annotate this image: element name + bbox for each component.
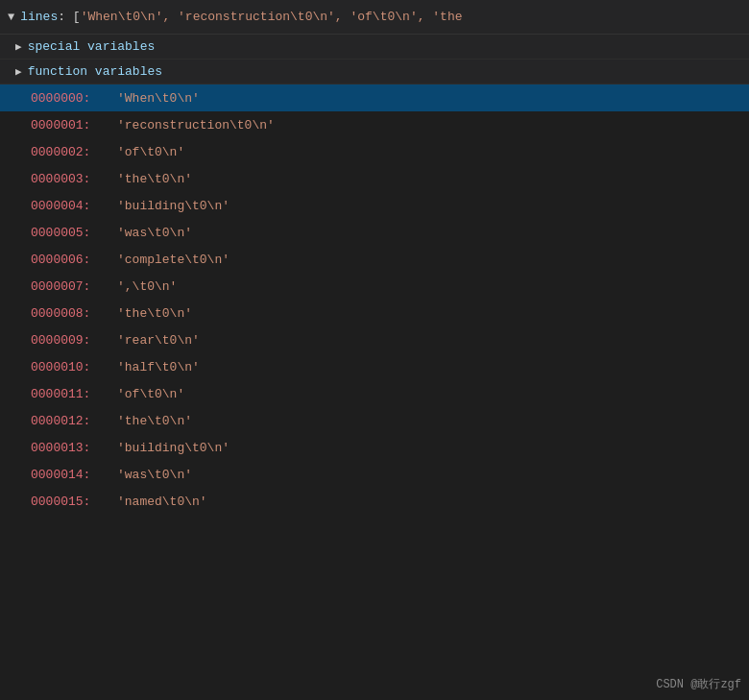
watermark: CSDN @敢行zgf — [656, 676, 741, 692]
chevron-right-icon: ▶ — [15, 40, 22, 53]
chevron-right-icon-2: ▶ — [15, 65, 22, 78]
table-row[interactable]: 0000011: 'of\t0\n' — [0, 380, 749, 407]
table-row[interactable]: 0000002: 'of\t0\n' — [0, 138, 749, 165]
table-row[interactable]: 0000015: 'named\t0\n' — [0, 488, 749, 515]
collapse-icon[interactable]: ▼ — [8, 11, 14, 24]
table-row[interactable]: 0000012: 'the\t0\n' — [0, 407, 749, 434]
row-index: 0000006: — [31, 253, 117, 267]
row-index: 0000005: — [31, 226, 117, 240]
row-value: 'building\t0\n' — [117, 441, 230, 455]
row-index: 0000004: — [31, 199, 117, 213]
table-row[interactable]: 0000013: 'building\t0\n' — [0, 434, 749, 461]
row-value: 'complete\t0\n' — [117, 253, 230, 267]
header-label: lines: ['When\t0\n', 'reconstruction\t0\… — [20, 10, 462, 24]
function-variables-label: function variables — [28, 64, 162, 79]
special-variables-label: special variables — [28, 39, 156, 54]
data-rows-container: 0000000: 'When\t0\n'0000001: 'reconstruc… — [0, 84, 749, 700]
header-var-name: lines — [20, 10, 58, 24]
row-index: 0000002: — [31, 145, 117, 159]
table-row[interactable]: 0000009: 'rear\t0\n' — [0, 326, 749, 353]
row-value: 'named\t0\n' — [117, 495, 207, 509]
row-index: 0000003: — [31, 172, 117, 186]
debugger-panel: ▼ lines: ['When\t0\n', 'reconstruction\t… — [0, 0, 749, 700]
row-index: 0000014: — [31, 468, 117, 482]
row-value: 'the\t0\n' — [117, 306, 192, 321]
row-value: 'of\t0\n' — [117, 387, 184, 401]
row-value: 'half\t0\n' — [117, 360, 200, 374]
row-value: 'reconstruction\t0\n' — [117, 118, 275, 133]
table-row[interactable]: 0000003: 'the\t0\n' — [0, 165, 749, 192]
row-index: 0000001: — [31, 118, 117, 133]
table-row[interactable]: 0000014: 'was\t0\n' — [0, 461, 749, 488]
table-row[interactable]: 0000004: 'building\t0\n' — [0, 192, 749, 219]
table-row[interactable]: 0000008: 'the\t0\n' — [0, 300, 749, 326]
row-index: 0000009: — [31, 333, 117, 348]
row-index: 0000008: — [31, 306, 117, 321]
header-row[interactable]: ▼ lines: ['When\t0\n', 'reconstruction\t… — [0, 0, 749, 35]
row-index: 0000013: — [31, 441, 117, 455]
row-value: 'When\t0\n' — [117, 91, 200, 106]
table-row[interactable]: 0000005: 'was\t0\n' — [0, 219, 749, 246]
row-value: ',\t0\n' — [117, 279, 177, 294]
row-value: 'building\t0\n' — [117, 199, 230, 213]
table-row[interactable]: 0000007: ',\t0\n' — [0, 273, 749, 300]
table-row[interactable]: 0000010: 'half\t0\n' — [0, 353, 749, 380]
row-index: 0000011: — [31, 387, 117, 401]
row-value: 'the\t0\n' — [117, 414, 192, 428]
row-index: 0000000: — [31, 91, 117, 106]
sidebar-item-special-variables[interactable]: ▶ special variables — [0, 35, 749, 60]
row-index: 0000012: — [31, 414, 117, 428]
row-index: 0000015: — [31, 495, 117, 509]
sidebar-item-function-variables[interactable]: ▶ function variables — [0, 60, 749, 84]
row-value: 'rear\t0\n' — [117, 333, 200, 348]
header-preview: 'When\t0\n', 'reconstruction\t0\n', 'of\… — [81, 10, 463, 24]
table-row[interactable]: 0000006: 'complete\t0\n' — [0, 246, 749, 273]
row-index: 0000010: — [31, 360, 117, 374]
table-row[interactable]: 0000001: 'reconstruction\t0\n' — [0, 111, 749, 138]
table-row[interactable]: 0000000: 'When\t0\n' — [0, 84, 749, 111]
row-value: 'was\t0\n' — [117, 468, 192, 482]
row-value: 'of\t0\n' — [117, 145, 184, 159]
row-value: 'was\t0\n' — [117, 226, 192, 240]
row-index: 0000007: — [31, 279, 117, 294]
row-value: 'the\t0\n' — [117, 172, 192, 186]
